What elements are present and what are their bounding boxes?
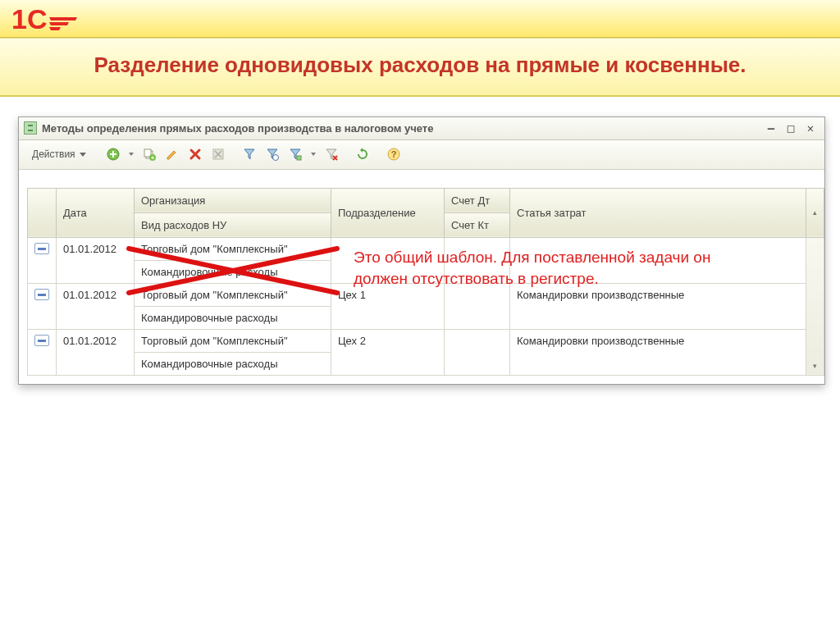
close-button[interactable]: ✕ xyxy=(805,122,816,134)
maximize-button[interactable]: □ xyxy=(785,122,797,134)
add-icon[interactable] xyxy=(104,146,122,162)
record-mark-icon xyxy=(34,335,49,346)
app-window: Методы определения прямых расходов произ… xyxy=(18,116,825,385)
col-subdivision[interactable]: Подразделение xyxy=(331,188,445,237)
table-row[interactable]: 01.01.2012 Торговый дом "Комплексный" ▾ xyxy=(28,237,824,260)
record-mark-icon xyxy=(34,289,49,300)
toolbar: Действия + xyxy=(19,140,824,170)
svg-point-9 xyxy=(272,155,278,161)
scroll-down[interactable]: ▾ xyxy=(806,237,824,375)
scroll-up[interactable]: ▴ xyxy=(806,188,824,237)
col-acct-dt[interactable]: Счет Дт xyxy=(445,188,510,212)
grid-wrap: Дата Организация Подразделение Счет Дт С… xyxy=(27,188,824,376)
app-top-band: 1C xyxy=(0,0,840,38)
slide-heading: Разделение одновидовых расходов на прямы… xyxy=(0,38,840,97)
edit-icon[interactable] xyxy=(163,146,181,162)
slide-title: Разделение одновидовых расходов на прямы… xyxy=(25,52,815,79)
window-title: Методы определения прямых расходов произ… xyxy=(42,122,765,135)
col-date[interactable]: Дата xyxy=(57,188,135,237)
refresh-icon[interactable] xyxy=(354,146,372,162)
col-mark[interactable] xyxy=(28,188,57,237)
svg-text:+: + xyxy=(151,155,154,161)
col-acct-kt[interactable]: Счет Кт xyxy=(445,212,510,237)
col-exp-type[interactable]: Вид расходов НУ xyxy=(135,212,331,237)
help-icon[interactable]: ? xyxy=(385,146,403,162)
copy-icon[interactable]: + xyxy=(140,146,158,162)
filter-set-icon[interactable] xyxy=(286,146,304,162)
svg-text:?: ? xyxy=(390,149,396,159)
svg-rect-10 xyxy=(297,156,301,160)
window-titlebar: Методы определения прямых расходов произ… xyxy=(19,117,824,140)
mark-delete-icon[interactable] xyxy=(209,146,227,162)
records-grid[interactable]: Дата Организация Подразделение Счет Дт С… xyxy=(27,188,824,376)
window-icon xyxy=(24,121,37,135)
filter-by-value-icon[interactable] xyxy=(240,146,258,162)
record-mark-icon xyxy=(34,243,49,254)
actions-dropdown[interactable]: Действия xyxy=(25,145,91,163)
table-row[interactable]: 01.01.2012 Торговый дом "Комплексный" Це… xyxy=(28,329,824,352)
add-dropdown[interactable] xyxy=(127,153,135,156)
filter-history-icon[interactable] xyxy=(263,146,281,162)
filter-dropdown[interactable] xyxy=(309,153,317,156)
col-cost-item[interactable]: Статья затрат xyxy=(510,188,806,237)
svg-rect-3 xyxy=(110,153,116,155)
col-org[interactable]: Организация xyxy=(135,188,331,212)
minimize-button[interactable]: – xyxy=(765,122,777,134)
table-row[interactable]: 01.01.2012 Торговый дом "Комплексный" Це… xyxy=(28,283,824,306)
delete-icon[interactable] xyxy=(186,146,204,162)
logo-1c: 1C xyxy=(11,4,87,34)
filter-clear-icon[interactable] xyxy=(322,146,340,162)
svg-text:1C: 1C xyxy=(11,4,47,34)
